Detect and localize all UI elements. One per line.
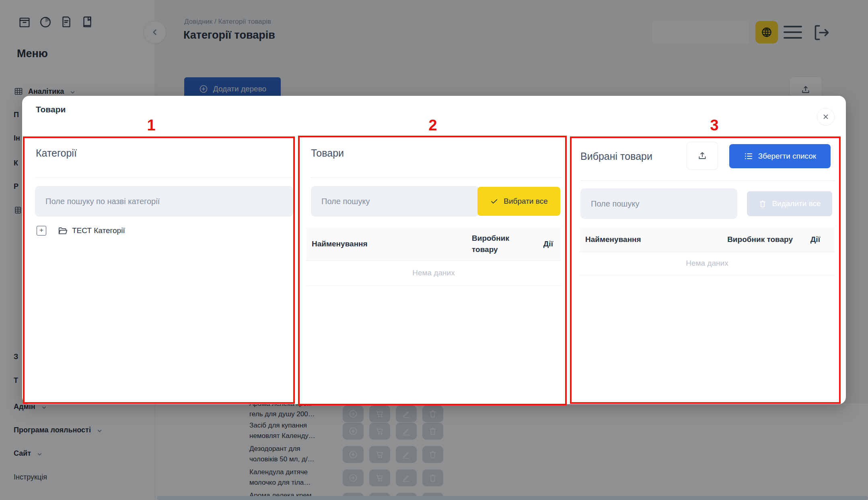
folder-open-icon [58, 225, 68, 236]
column-name: Найменування [312, 240, 368, 248]
column-actions: Дії [810, 235, 820, 244]
upload-icon [697, 151, 708, 161]
save-list-button[interactable]: Зберегти список [729, 144, 831, 168]
tree-expand-icon[interactable]: + [37, 226, 46, 236]
select-all-label: Вибрати все [504, 197, 547, 206]
selected-search-input[interactable] [580, 188, 737, 219]
list-icon [744, 151, 753, 161]
tree-item-test-categories[interactable]: + ТЕСТ Категорії [37, 225, 125, 236]
column-actions: Дії [543, 240, 553, 248]
products-empty-state: Нема даних [306, 260, 561, 286]
categories-panel-title: Категорії [36, 147, 77, 159]
delete-all-label: Видалити все [772, 199, 821, 208]
annotation-number-3: 3 [706, 117, 722, 134]
column-vendor: Виробник товару [727, 234, 793, 245]
close-button[interactable] [817, 108, 835, 126]
selected-panel-title: Вибрані товари [580, 151, 652, 162]
modal-title: Товари [36, 105, 66, 114]
annotation-number-1: 1 [143, 117, 159, 134]
category-search-input[interactable] [35, 186, 293, 217]
selected-table-header: Найменування Виробник товару Дії [580, 227, 835, 252]
delete-all-button[interactable]: Видалити все [747, 191, 832, 216]
app-root: Меню Аналітика П Ін К Р З Т Адмін Програ… [0, 0, 868, 500]
check-icon [490, 197, 499, 206]
products-modal: Товари Категорії + ТЕСТ Категорії Товари… [22, 96, 846, 404]
column-vendor: Виробник товару [472, 233, 516, 255]
tree-item-label: ТЕСТ Категорії [72, 226, 125, 235]
divider [580, 180, 835, 181]
select-all-button[interactable]: Вибрати все [477, 187, 560, 216]
column-name: Найменування [585, 235, 641, 244]
annotation-number-2: 2 [425, 117, 441, 134]
products-search-input[interactable] [311, 186, 479, 217]
trash-icon [758, 199, 767, 208]
export-list-button[interactable] [687, 142, 718, 170]
save-list-label: Зберегти список [758, 152, 816, 161]
products-table-header: Найменування Виробник товару Дії [306, 227, 561, 261]
divider [35, 177, 293, 178]
products-panel-title: Товари [311, 147, 344, 159]
selected-empty-state: Нема даних [580, 252, 835, 275]
close-icon [822, 113, 830, 121]
divider [311, 177, 561, 178]
